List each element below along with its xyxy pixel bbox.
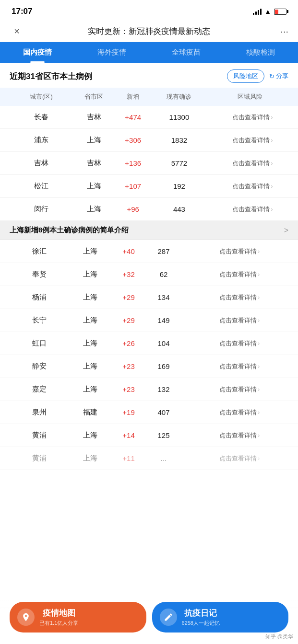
city-cell: 静安: [0, 355, 70, 378]
detail-cell[interactable]: 点击查看详情 ›: [181, 263, 298, 286]
increase-cell: +29: [111, 286, 146, 309]
increase-cell: +40: [111, 240, 146, 263]
map-button[interactable]: 疫情地图 已有1.1亿人分享: [10, 602, 146, 632]
city-cell: 闵行: [0, 198, 73, 221]
province-cell: 上海: [70, 447, 111, 470]
city-cell: 奉贤: [0, 263, 70, 286]
section-title: 近期31省区市本土病例: [10, 71, 92, 82]
table-row[interactable]: 泉州 福建 +19 407 点击查看详情 ›: [0, 401, 298, 424]
increase-cell: +11: [111, 447, 146, 470]
table-row[interactable]: 嘉定 上海 +23 132 点击查看详情 ›: [0, 378, 298, 401]
table-row[interactable]: 长宁 上海 +29 149 点击查看详情 ›: [0, 309, 298, 332]
table-row[interactable]: 闵行 上海 +96 443 点击查看详情 ›: [0, 198, 298, 221]
chevron-right-icon: ›: [271, 114, 273, 121]
bottom-bar: 疫情地图 已有1.1亿人分享 抗疫日记 6258人一起记忆: [0, 596, 298, 644]
share-button[interactable]: ↻ 分享: [269, 72, 288, 80]
data-table: 城市(区) 省市区 新增 现有确诊 区域风险 长春 吉林 +474 11300 …: [0, 88, 298, 221]
col-province: 省市区: [73, 88, 115, 106]
province-cell: 上海: [70, 332, 111, 355]
detail-cell[interactable]: 点击查看详情 ›: [207, 106, 298, 129]
increase-cell: +19: [111, 401, 146, 424]
city-cell: 杨浦: [0, 286, 70, 309]
city-cell: 泉州: [0, 401, 70, 424]
city-cell: 嘉定: [0, 378, 70, 401]
increase-cell: +107: [115, 175, 151, 198]
increase-cell: +32: [111, 263, 146, 286]
confirmed-cell: 125: [146, 424, 181, 447]
section-header: 近期31省区市本土病例 风险地区 ↻ 分享: [0, 63, 298, 88]
confirmed-cell: 407: [146, 401, 181, 424]
more-button[interactable]: ···: [274, 26, 288, 37]
table-row[interactable]: 奉贤 上海 +32 62 点击查看详情 ›: [0, 263, 298, 286]
status-bar: 17:07 ▲: [0, 0, 298, 21]
tab-test[interactable]: 核酸检测: [224, 42, 298, 63]
detail-cell[interactable]: 点击查看详情 ›: [207, 152, 298, 175]
table-row[interactable]: 黄浦 上海 +14 125 点击查看详情 ›: [0, 424, 298, 447]
tab-overseas[interactable]: 海外疫情: [74, 42, 149, 63]
risk-button[interactable]: 风险地区: [227, 69, 264, 83]
detail-cell[interactable]: 点击查看详情 ›: [181, 240, 298, 263]
table-header: 城市(区) 省市区 新增 现有确诊 区域风险: [0, 88, 298, 106]
detail-cell[interactable]: 点击查看详情 ›: [181, 447, 298, 470]
detail-cell[interactable]: 点击查看详情 ›: [181, 378, 298, 401]
confirmed-cell: 192: [151, 175, 207, 198]
detail-cell[interactable]: 点击查看详情 ›: [181, 286, 298, 309]
map-btn-main-text: 疫情地图: [39, 608, 78, 619]
table-row[interactable]: 浦东 上海 +306 1832 点击查看详情 ›: [0, 129, 298, 152]
data-table-2: 徐汇 上海 +40 287 点击查看详情 › 奉贤 上海 +32 62 点击查看…: [0, 240, 298, 470]
table-row[interactable]: 松江 上海 +107 192 点击查看详情 ›: [0, 175, 298, 198]
province-cell: 吉林: [73, 152, 115, 175]
diary-button[interactable]: 抗疫日记 6258人一起记忆: [152, 602, 289, 632]
chevron-right-icon: ›: [258, 363, 260, 370]
page-title: 实时更新：新冠肺炎疫情最新动态: [24, 26, 274, 37]
table-row[interactable]: 静安 上海 +23 169 点击查看详情 ›: [0, 355, 298, 378]
chevron-right-icon: ›: [271, 206, 273, 213]
chevron-right-icon: ›: [271, 160, 273, 167]
city-cell: 徐汇: [0, 240, 70, 263]
detail-cell[interactable]: 点击查看详情 ›: [181, 355, 298, 378]
city-cell: 长宁: [0, 309, 70, 332]
province-cell: 上海: [70, 286, 111, 309]
banner-row[interactable]: 上海新增8例本土确诊病例的简单介绍 >: [0, 221, 298, 240]
increase-cell: +23: [111, 378, 146, 401]
detail-cell[interactable]: 点击查看详情 ›: [181, 309, 298, 332]
tab-domestic[interactable]: 国内疫情: [0, 42, 74, 63]
table-row[interactable]: 长春 吉林 +474 11300 点击查看详情 ›: [0, 106, 298, 129]
detail-cell[interactable]: 点击查看详情 ›: [207, 198, 298, 221]
chevron-right-icon: ›: [258, 248, 260, 255]
table-row[interactable]: 徐汇 上海 +40 287 点击查看详情 ›: [0, 240, 298, 263]
province-cell: 上海: [70, 378, 111, 401]
map-btn-sub-text: 已有1.1亿人分享: [39, 620, 78, 627]
diary-icon: [160, 609, 177, 626]
confirmed-cell: 287: [146, 240, 181, 263]
status-icons: ▲: [253, 8, 286, 15]
chevron-right-icon: ›: [258, 271, 260, 278]
province-cell: 上海: [70, 424, 111, 447]
tab-vaccine[interactable]: 全球疫苗: [149, 42, 224, 63]
table-row[interactable]: 杨浦 上海 +29 134 点击查看详情 ›: [0, 286, 298, 309]
battery-icon: [274, 9, 286, 15]
detail-cell[interactable]: 点击查看详情 ›: [181, 424, 298, 447]
detail-cell[interactable]: 点击查看详情 ›: [207, 129, 298, 152]
watermark: 知乎 @类华: [265, 633, 293, 640]
province-cell: 上海: [70, 263, 111, 286]
detail-cell[interactable]: 点击查看详情 ›: [181, 332, 298, 355]
province-cell: 上海: [70, 240, 111, 263]
increase-cell: +136: [115, 152, 151, 175]
detail-cell[interactable]: 点击查看详情 ›: [207, 175, 298, 198]
confirmed-cell: 132: [146, 378, 181, 401]
close-button[interactable]: ×: [10, 26, 24, 37]
table-row[interactable]: 黄浦 上海 +11 ... 点击查看详情 ›: [0, 447, 298, 470]
chevron-right-icon: ›: [271, 183, 273, 190]
confirmed-cell: 11300: [151, 106, 207, 129]
col-confirmed: 现有确诊: [151, 88, 207, 106]
confirmed-cell: 169: [146, 355, 181, 378]
increase-cell: +306: [115, 129, 151, 152]
table-row[interactable]: 虹口 上海 +26 104 点击查看详情 ›: [0, 332, 298, 355]
wifi-icon: ▲: [264, 8, 271, 15]
chevron-right-icon: ›: [258, 409, 260, 416]
chevron-right-icon: ›: [258, 340, 260, 347]
city-cell: 浦东: [0, 129, 73, 152]
detail-cell[interactable]: 点击查看详情 ›: [181, 401, 298, 424]
table-row[interactable]: 吉林 吉林 +136 5772 点击查看详情 ›: [0, 152, 298, 175]
